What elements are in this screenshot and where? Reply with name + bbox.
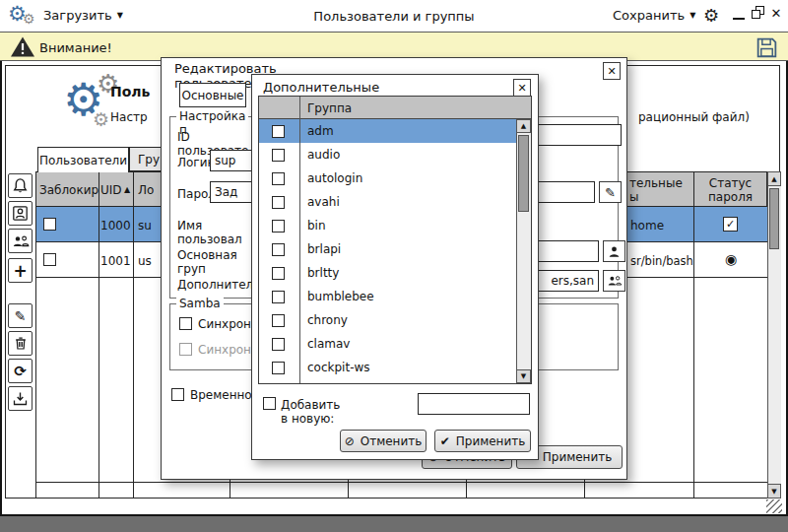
export-button[interactable]: [8, 386, 33, 411]
cell-path-fragment: home: [630, 219, 664, 233]
group-row[interactable]: brlapi: [259, 237, 516, 261]
user-card-icon: [12, 205, 29, 222]
group-checkbox[interactable]: [272, 172, 285, 185]
group-name: clamav: [307, 337, 350, 351]
group-checkbox[interactable]: [272, 220, 285, 233]
save-menu-button[interactable]: Сохранить ▼: [613, 8, 695, 23]
page-title-fragment: Поль: [110, 84, 150, 100]
scroll-down-icon[interactable]: ▼: [767, 484, 781, 499]
group-row[interactable]: bumblebee: [259, 285, 516, 308]
cell-login-fragment: us: [138, 254, 152, 268]
row-blocked-checkbox[interactable]: [43, 218, 56, 231]
maximize-button[interactable]: [752, 6, 765, 20]
samba-sync-checkbox[interactable]: [179, 317, 192, 330]
group-row[interactable]: chrony: [259, 308, 516, 332]
group-row[interactable]: bin: [259, 214, 516, 237]
group-checkbox[interactable]: [272, 314, 285, 327]
user-groups-button[interactable]: [8, 229, 33, 253]
group-row[interactable]: cockpit-ws: [259, 356, 516, 379]
select-primary-group-button[interactable]: [603, 240, 625, 262]
apply-button[interactable]: ✔ Применить: [434, 430, 531, 452]
group-row[interactable]: clamav: [259, 332, 516, 356]
apply-label: Применить: [456, 434, 526, 448]
col-header-uid[interactable]: UID: [100, 183, 122, 197]
group-row[interactable]: autologin: [259, 166, 516, 190]
group-name: autologin: [307, 171, 362, 185]
add-user-button[interactable]: +: [8, 258, 33, 283]
edit-user-button[interactable]: ✎: [8, 303, 33, 328]
new-group-input[interactable]: [418, 393, 530, 415]
scroll-up-icon[interactable]: ▲: [767, 171, 781, 186]
app-gears-icon: ⚙: [23, 11, 35, 27]
temporary-account-checkbox[interactable]: [171, 388, 184, 401]
group-checkbox[interactable]: [272, 196, 285, 209]
window-title: Пользователи и группы: [197, 9, 591, 24]
group-row[interactable]: brltty: [259, 261, 516, 285]
users-icon: [12, 233, 30, 249]
cancel-button[interactable]: ⊘ Отменить: [340, 430, 427, 452]
group-checkbox[interactable]: [272, 362, 285, 374]
close-icon[interactable]: ✕: [513, 79, 531, 97]
cell-login-fragment: su: [138, 219, 152, 233]
close-window-button[interactable]: ✕: [769, 6, 783, 20]
chevron-down-icon: ▼: [117, 11, 123, 20]
group-row[interactable]: avahi: [259, 190, 516, 214]
cell-path-fragment: sr/bin/bash: [630, 254, 693, 268]
group-row-selected[interactable]: adm: [259, 119, 516, 143]
col-header-password-status[interactable]: пароля: [693, 190, 767, 204]
password-status-radio-icon: ◉: [725, 251, 737, 267]
config-file-fragment: рационный файл): [638, 110, 750, 124]
chevron-down-icon: ▼: [690, 11, 695, 20]
temporary-account-label: Временное: [190, 388, 259, 402]
password-value: Зад: [215, 185, 237, 199]
settings-gear-button[interactable]: ⚙: [703, 5, 719, 26]
scroll-up-icon[interactable]: ▲: [516, 119, 531, 133]
notifications-button[interactable]: [8, 173, 33, 198]
group-checkbox[interactable]: [272, 267, 285, 280]
user-card-button[interactable]: [8, 201, 33, 226]
tab-users[interactable]: Пользователи: [37, 147, 129, 172]
close-icon[interactable]: ✕: [603, 62, 621, 80]
col-header-password-status[interactable]: Статус: [693, 176, 767, 190]
fullname-label: Имя пользовал: [177, 219, 242, 246]
group-name: cockpit-ws: [307, 361, 370, 374]
group-checkbox[interactable]: [272, 243, 285, 256]
select-extra-groups-button[interactable]: [603, 270, 625, 292]
col-header-groups-fragment[interactable]: ы: [629, 190, 638, 204]
col-header-blocked[interactable]: Заблокир: [39, 183, 98, 197]
col-header-login-fragment[interactable]: Ло: [138, 183, 154, 197]
save-menu-label: Сохранить: [613, 8, 685, 23]
check-icon: ✔: [440, 434, 450, 448]
delete-user-button[interactable]: [8, 331, 33, 356]
group-checkbox[interactable]: [272, 149, 285, 162]
scroll-down-icon[interactable]: ▼: [516, 369, 531, 383]
scrollbar-thumb[interactable]: [518, 135, 529, 212]
group-row[interactable]: audio: [259, 143, 516, 166]
refresh-button[interactable]: ⟳: [8, 359, 33, 383]
resize-grip[interactable]: [766, 499, 782, 513]
app-window: ⚙ ⚙ Загрузить ▼ Пользователи и группы Со…: [0, 0, 788, 516]
cell-uid: 1001: [100, 254, 131, 268]
group-name: bumblebee: [307, 290, 374, 303]
tab-basic[interactable]: Основные: [179, 83, 246, 107]
login-value: sup: [215, 154, 235, 167]
add-new-group-checkbox[interactable]: [263, 397, 276, 410]
scrollbar-thumb[interactable]: [769, 188, 779, 249]
minimize-button[interactable]: [733, 10, 745, 20]
col-header-groups-fragment[interactable]: тельные: [629, 176, 683, 190]
edit-password-button[interactable]: ✎: [599, 181, 622, 203]
tab-basic-label: Основные: [181, 89, 243, 102]
save-file-icon[interactable]: [755, 35, 779, 60]
group-checkbox[interactable]: [272, 125, 285, 138]
row-blocked-checkbox[interactable]: [43, 253, 56, 266]
tab-users-label: Пользователи: [39, 154, 127, 167]
samba-sync2-checkbox[interactable]: [179, 343, 192, 356]
group-column-header[interactable]: Группа: [307, 101, 352, 115]
primary-group-label: Основная груп: [177, 248, 237, 276]
load-menu-button[interactable]: Загрузить ▼: [43, 8, 123, 23]
cell-uid: 1000: [100, 219, 131, 233]
group-checkbox[interactable]: [272, 291, 285, 303]
group-checkbox[interactable]: [272, 338, 285, 351]
bell-icon: [12, 177, 29, 194]
group-name: avahi: [307, 195, 340, 209]
